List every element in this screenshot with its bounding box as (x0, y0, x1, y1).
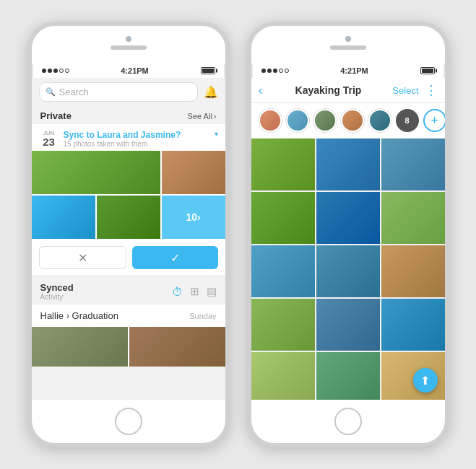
left-time: 4:21PM (121, 66, 149, 75)
synced-title: Synced (40, 282, 74, 293)
date-day: 23 (43, 136, 55, 147)
right-time: 4:21PM (340, 66, 368, 75)
dot2 (48, 69, 52, 73)
right-speaker (330, 45, 366, 50)
select-button[interactable]: Select (392, 85, 418, 96)
photo-grid-right-wrapper: ⬆ (251, 139, 445, 400)
right-front-camera (345, 36, 351, 42)
dot5 (65, 69, 69, 73)
avatar-count[interactable]: 8 (396, 109, 419, 132)
bell-icon[interactable]: 🔔 (204, 85, 218, 99)
right-battery-fill (422, 69, 433, 73)
private-section-header: Private See All › (32, 106, 225, 124)
right-phone: 4:21PM ‹ Kayaking Trip Select ⋮ 8 + (247, 22, 449, 447)
grid-photo-2[interactable] (316, 139, 380, 190)
photo-cell-2[interactable] (32, 196, 95, 239)
search-bar[interactable]: 🔍 Search (39, 82, 198, 102)
grid-photo-8[interactable] (316, 245, 380, 297)
battery-fill (202, 69, 214, 73)
more-count: 10 (186, 211, 197, 223)
dropdown-arrow-icon[interactable]: ▾ (215, 130, 218, 138)
search-icon: 🔍 (46, 87, 56, 97)
signal-bars (42, 69, 69, 73)
sync-card-header: JUN 23 Sync to Laura and Jasmine? 15 pho… (32, 124, 225, 151)
date-badge: JUN 23 (39, 130, 59, 147)
album-thumb-2 (129, 327, 225, 367)
photo-more[interactable]: 10› (162, 196, 225, 239)
battery-area (201, 67, 215, 74)
reject-button[interactable]: ✕ (39, 246, 126, 269)
photo-grid-right (251, 139, 445, 400)
grid-photo-3[interactable] (381, 139, 445, 190)
right-status-bar: 4:21PM (251, 63, 445, 78)
grid-photo-5[interactable] (316, 192, 380, 244)
left-screen: 🔍 Search 🔔 Private See All › JUN 23 Sync… (32, 78, 225, 400)
album-row[interactable]: Hallie › Graduation Sunday (32, 304, 225, 327)
share-icon: ⬆ (420, 374, 430, 387)
right-signal-bars (261, 69, 289, 73)
private-title: Private (40, 110, 72, 121)
list-icon[interactable]: ▤ (207, 285, 217, 298)
share-fab-button[interactable]: ⬆ (413, 368, 438, 393)
grid-icon[interactable]: ⊞ (190, 285, 199, 298)
right-battery-icon (420, 67, 435, 74)
photo-sm[interactable] (162, 151, 225, 194)
more-button[interactable]: ⋮ (425, 82, 438, 98)
rdot4 (279, 69, 283, 73)
sync-title: Sync to Laura and Jasmine? (64, 130, 210, 140)
photo-inner-1 (32, 151, 160, 194)
rdot5 (285, 69, 289, 73)
synced-subtitle: Activity (40, 293, 74, 301)
action-buttons: ✕ ✓ (32, 240, 225, 275)
right-home-button[interactable] (334, 408, 362, 435)
photo-cell-3[interactable] (97, 196, 160, 239)
left-phone-bottom (32, 400, 225, 443)
reject-icon: ✕ (78, 251, 87, 265)
dot1 (42, 69, 46, 73)
rdot2 (267, 69, 272, 73)
photo-grid-left: 10› (32, 151, 225, 240)
rdot1 (261, 69, 266, 73)
avatar-1[interactable] (259, 109, 282, 132)
battery-icon (201, 67, 215, 74)
rdot3 (273, 69, 277, 73)
album-thumbs (32, 327, 225, 367)
grid-photo-9[interactable] (381, 245, 445, 297)
left-phone-bezel (32, 26, 225, 63)
grid-photo-12[interactable] (381, 299, 445, 351)
search-row: 🔍 Search 🔔 (32, 78, 225, 106)
grid-photo-14[interactable] (316, 352, 380, 400)
sync-info: Sync to Laura and Jasmine? 15 photos tak… (64, 130, 210, 148)
right-phone-bottom (251, 400, 445, 443)
dot3 (53, 69, 58, 73)
plus-icon: + (430, 113, 438, 128)
grid-photo-6[interactable] (381, 192, 445, 244)
grid-photo-4[interactable] (251, 192, 315, 244)
avatar-5[interactable] (368, 109, 391, 132)
speaker (111, 45, 147, 50)
accept-button[interactable]: ✓ (132, 246, 218, 269)
album-date: Sunday (189, 312, 216, 320)
dot4 (59, 69, 64, 73)
avatar-2[interactable] (286, 109, 309, 132)
synced-icons: ⏱ ⊞ ▤ (172, 285, 217, 298)
left-status-bar: 4:21PM (32, 63, 225, 78)
grid-photo-7[interactable] (251, 245, 315, 297)
home-button[interactable] (115, 408, 142, 435)
grid-photo-1[interactable] (251, 139, 315, 190)
avatar-add-button[interactable]: + (423, 109, 445, 132)
clock-icon[interactable]: ⏱ (172, 286, 183, 298)
avatar-3[interactable] (313, 109, 337, 132)
sync-subtitle: 15 photos taken with them (64, 140, 210, 148)
back-button[interactable]: ‹ (259, 83, 263, 98)
nav-title: Kayaking Trip (269, 84, 389, 96)
grid-photo-11[interactable] (316, 299, 380, 351)
see-all-button[interactable]: See All › (188, 112, 217, 120)
photo-large[interactable] (32, 151, 160, 194)
nav-bar: ‹ Kayaking Trip Select ⋮ (251, 78, 445, 103)
grid-photo-10[interactable] (251, 299, 315, 351)
right-phone-bezel (251, 26, 445, 63)
avatar-4[interactable] (341, 109, 364, 132)
synced-text: Synced Activity (40, 282, 74, 301)
grid-photo-13[interactable] (251, 352, 315, 400)
